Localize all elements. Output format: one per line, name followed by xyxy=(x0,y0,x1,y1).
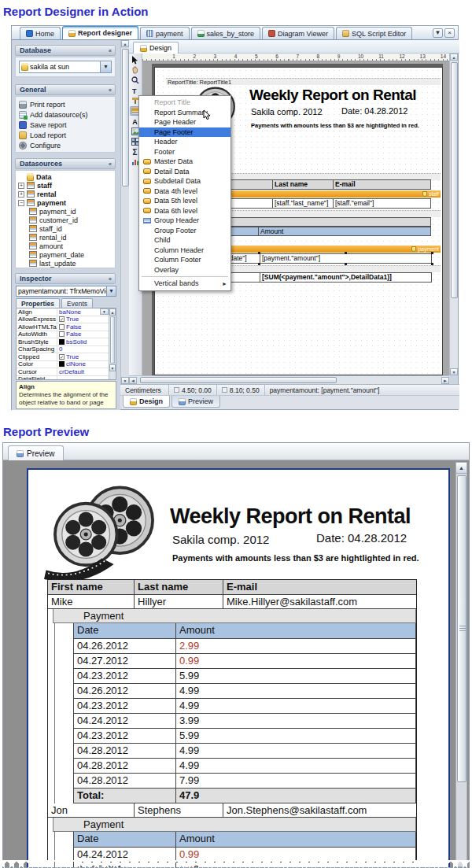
collapse-chevrons-icon[interactable]: « xyxy=(109,87,111,93)
menu-item-data-4th-level[interactable]: Data 4th level xyxy=(139,187,230,197)
property-row-brushstyle[interactable]: BrushStylebsSolid xyxy=(17,338,109,346)
hand-tool-icon[interactable] xyxy=(130,65,141,75)
sidebar-item-print-report[interactable]: Print report xyxy=(16,99,115,109)
scroll-up-icon[interactable]: ▲ xyxy=(121,40,129,47)
checkbox-unchecked-icon[interactable] xyxy=(59,324,65,330)
tab-sql-script-editor[interactable]: SQL Script Editor xyxy=(336,27,412,39)
database-panel-header[interactable]: Database « xyxy=(15,45,116,56)
property-value[interactable]: clNone xyxy=(57,360,109,368)
collapse-icon[interactable]: − xyxy=(18,200,24,206)
menu-item-footer[interactable]: Footer xyxy=(139,147,230,157)
menu-item-vertical-bands[interactable]: Vertical bands► xyxy=(139,279,230,289)
collapse-chevrons-icon[interactable]: « xyxy=(109,48,111,54)
tab-sales-by-store[interactable]: sales_by_store xyxy=(191,27,261,39)
memo-staff-email[interactable]: [staff."email"] xyxy=(333,198,431,209)
memo-payment-amount[interactable]: [payment."amount"] xyxy=(260,253,432,264)
design-company-text[interactable]: Sakila comp. 2012 xyxy=(251,107,323,116)
tree-root-data[interactable]: Data xyxy=(18,172,115,181)
preview-scroll-thumb[interactable] xyxy=(457,475,466,782)
database-select[interactable]: sakila at sun ▼ xyxy=(19,61,112,73)
canvas-horizontal-scrollbar[interactable]: ◄ ► xyxy=(129,375,449,384)
expand-icon[interactable]: + xyxy=(18,183,24,189)
menu-item-report-summary[interactable]: Report Summary xyxy=(139,108,230,118)
canvas-vertical-scrollbar[interactable]: ▲ ▼ xyxy=(449,54,458,375)
checkbox-checked-icon[interactable]: ✓ xyxy=(59,316,65,322)
design-note-text[interactable]: Payments with amounts less than $3 are h… xyxy=(251,122,419,129)
property-row-align[interactable]: AlignbaNone▼ xyxy=(17,308,109,316)
dropdown-arrow-icon[interactable]: ▼ xyxy=(100,308,109,315)
sidebar-item-configure[interactable]: Configure xyxy=(16,140,115,150)
database-select-arrow-icon[interactable]: ▼ xyxy=(100,61,111,72)
zoom-tool-icon[interactable] xyxy=(130,76,141,85)
design-date-text[interactable]: Date: 04.28.2012 xyxy=(341,106,407,116)
collapse-chevrons-icon[interactable]: « xyxy=(109,276,111,282)
datasources-panel-header[interactable]: Datasources « xyxy=(15,158,116,169)
menu-item-data-5th-level[interactable]: Data 5th level xyxy=(139,196,230,206)
select-tool-icon[interactable] xyxy=(130,55,141,65)
property-row-datafield[interactable]: DataField xyxy=(17,376,109,381)
property-value[interactable]: False xyxy=(57,331,109,338)
menu-item-detail-data[interactable]: Detail Data xyxy=(139,167,230,177)
design-detail-col-amount[interactable]: Amount xyxy=(258,227,431,236)
tree-table-staff[interactable]: +staff xyxy=(18,181,115,190)
tab-payment[interactable]: payment xyxy=(140,27,190,39)
text-tool-icon[interactable]: T xyxy=(130,86,141,95)
property-value[interactable]: False xyxy=(57,323,109,331)
sidebar-item-load-report[interactable]: Load report xyxy=(16,130,115,140)
tab-design-bottom[interactable]: Design xyxy=(123,396,170,408)
sidebar-scrollbar[interactable]: ▲ ▼ xyxy=(120,40,129,384)
scroll-down-icon[interactable]: ▼ xyxy=(109,364,116,371)
property-value[interactable]: baNone▼ xyxy=(57,308,109,316)
menu-item-data-6th-level[interactable]: Data 6th level xyxy=(139,206,230,216)
sidebar-item-add-datasource-s[interactable]: Add datasource(s) xyxy=(16,109,115,120)
property-row-allowexpress[interactable]: AllowExpress✓True xyxy=(17,316,109,324)
sidebar-item-save-report[interactable]: Save report xyxy=(16,120,115,130)
checkbox-unchecked-icon[interactable] xyxy=(59,331,65,337)
menu-item-column-footer[interactable]: Column Footer xyxy=(139,255,230,265)
property-grid-scrollbar[interactable]: ▲ ▼ xyxy=(109,308,116,379)
tree-field-rental-id[interactable]: rental_id xyxy=(18,233,115,242)
general-panel-header[interactable]: General « xyxy=(15,84,116,95)
tree-field-amount[interactable]: amount xyxy=(18,242,115,250)
tab-home[interactable]: Home xyxy=(20,27,61,39)
tab-close-button[interactable]: × xyxy=(444,28,455,38)
menu-item-master-data[interactable]: Master Data xyxy=(139,157,230,167)
tree-field-customer-id[interactable]: customer_id xyxy=(18,216,115,224)
design-col-lastname[interactable]: Last name xyxy=(272,179,334,190)
property-row-clipped[interactable]: Clipped✓True xyxy=(17,353,109,361)
scroll-left-icon[interactable]: ◄ xyxy=(129,377,137,384)
menu-item-overlay[interactable]: Overlay xyxy=(139,265,230,275)
property-row-allowhtmlta[interactable]: AllowHTMLTaFalse xyxy=(17,323,109,331)
scroll-right-icon[interactable]: ► xyxy=(441,377,449,384)
inspector-object-select[interactable]: paymentamount: TfrxMemoView ▼ xyxy=(16,286,116,297)
property-row-color[interactable]: ColorclNone xyxy=(17,361,109,369)
tab-dropdown-button[interactable]: ▼ xyxy=(433,28,443,38)
tree-field-payment-date[interactable]: payment_date xyxy=(18,250,115,259)
design-total-sum[interactable]: [SUM(<payment."amount">,DetailData1)] xyxy=(260,272,432,283)
property-value[interactable]: crDefault xyxy=(57,368,109,375)
scroll-down-icon[interactable]: ▼ xyxy=(121,377,129,384)
property-value[interactable]: 0 xyxy=(57,345,109,353)
inspector-panel-header[interactable]: Inspector « xyxy=(15,273,116,284)
tab-preview-bottom[interactable]: Preview xyxy=(171,396,220,408)
property-row-charspacing[interactable]: CharSpacing0 xyxy=(17,346,109,354)
menu-item-group-footer[interactable]: Group Footer xyxy=(139,226,230,236)
collapse-chevrons-icon[interactable]: « xyxy=(109,161,111,167)
band-reporttitle-label[interactable]: ReportTitle: ReportTitle1 xyxy=(166,78,441,85)
inspector-select-arrow-icon[interactable]: ▼ xyxy=(106,286,116,296)
menu-item-page-header[interactable]: Page Header xyxy=(139,117,230,127)
property-row-cursor[interactable]: CursorcrDefault xyxy=(17,368,109,376)
menu-item-child[interactable]: Child xyxy=(139,235,230,246)
expand-icon[interactable]: + xyxy=(18,191,24,198)
scroll-up-icon[interactable]: ▲ xyxy=(450,54,458,61)
checkbox-checked-icon[interactable]: ✓ xyxy=(59,354,65,360)
design-report-title[interactable]: Weekly Report on Rental xyxy=(249,87,416,104)
preview-scrollbar[interactable]: ▲ xyxy=(455,462,467,867)
tree-table-payment[interactable]: −payment xyxy=(18,198,115,207)
property-value[interactable]: ✓True xyxy=(57,316,109,323)
menu-item-column-header[interactable]: Column Header xyxy=(139,246,230,256)
tree-field-staff-id[interactable]: staff_id xyxy=(18,224,115,233)
menu-item-header[interactable]: Header xyxy=(139,137,230,147)
tab-design[interactable]: Design xyxy=(133,42,179,54)
design-col-email[interactable]: E-mail xyxy=(333,179,431,190)
